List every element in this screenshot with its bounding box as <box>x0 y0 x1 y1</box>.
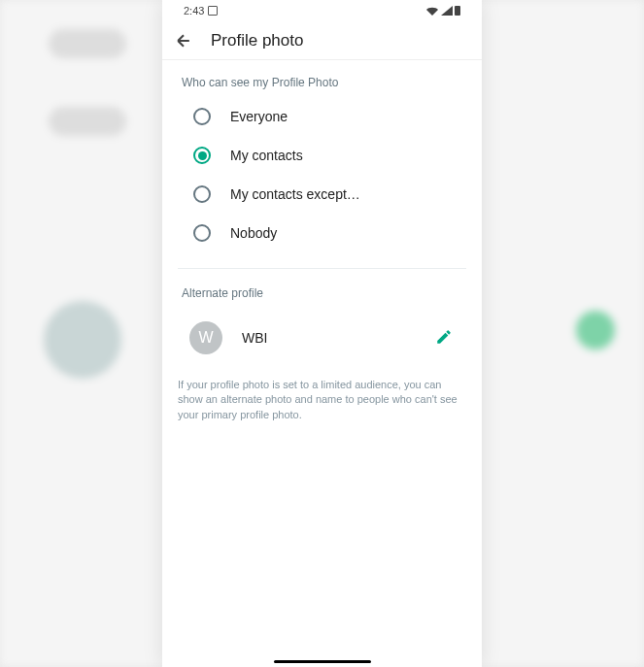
privacy-section: Who can see my Profile Photo Everyone My… <box>162 60 482 260</box>
header: Profile photo <box>162 21 482 60</box>
radio-label: My contacts <box>230 148 303 163</box>
radio-icon <box>193 224 211 242</box>
radio-option-my-contacts-except[interactable]: My contacts except… <box>182 175 462 214</box>
back-icon[interactable] <box>174 31 193 50</box>
divider <box>178 268 466 269</box>
radio-option-my-contacts[interactable]: My contacts <box>182 136 462 175</box>
calendar-icon <box>208 6 218 16</box>
radio-icon <box>193 108 211 125</box>
help-text: If your profile photo is set to a limite… <box>162 368 482 432</box>
alternate-section: Alternate profile <box>162 277 482 300</box>
status-bar: 2:43 <box>162 0 482 21</box>
alternate-section-title: Alternate profile <box>182 286 462 300</box>
privacy-section-title: Who can see my Profile Photo <box>182 76 462 89</box>
radio-label: Everyone <box>230 109 288 124</box>
page-title: Profile photo <box>211 31 303 50</box>
radio-option-nobody[interactable]: Nobody <box>182 214 462 252</box>
avatar: W <box>189 321 222 354</box>
alternate-name: WBI <box>242 330 416 346</box>
status-icons <box>425 6 460 16</box>
radio-label: Nobody <box>230 225 277 241</box>
edit-icon[interactable] <box>435 328 455 348</box>
radio-icon <box>193 185 211 203</box>
radio-option-everyone[interactable]: Everyone <box>182 97 462 136</box>
status-time: 2:43 <box>184 5 204 17</box>
phone-screen: 2:43 Profile photo Who can see my Profil… <box>162 0 482 667</box>
radio-label: My contacts except… <box>230 186 360 202</box>
alternate-profile-row[interactable]: W WBI <box>162 308 482 368</box>
nav-handle[interactable] <box>274 660 371 663</box>
radio-icon <box>193 147 211 164</box>
svg-rect-0 <box>455 6 460 16</box>
